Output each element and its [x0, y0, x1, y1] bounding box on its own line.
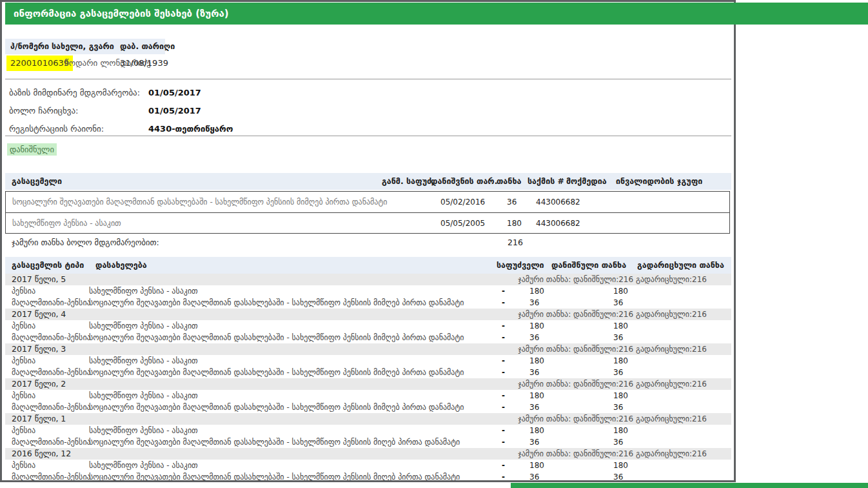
payment-transferred: 36: [589, 402, 731, 413]
benefits-summary: ჯამური თანხა ბოლო მდგომარეობით: 216: [5, 235, 731, 250]
col-assigned-amount: დანიშნული თანხა: [551, 257, 626, 274]
window-title: ინფორმაცია გასაცემლების შესახებ (ზურა): [14, 8, 229, 19]
payment-name: სახელმწიფო პენსია - ასაკით: [89, 320, 460, 332]
payment-type: მაღალმთიანი-პენსია: [5, 367, 89, 378]
payment-assigned: 36: [505, 471, 589, 483]
payment-basis: -: [460, 390, 505, 402]
payments-rows: 2017 წელი, 5ჯამური თანხა: დანიშნული:216 …: [5, 274, 731, 483]
benefit-date: 05/02/2016: [440, 192, 485, 212]
payment-name: სახელმწიფო პენსია - ასაკით: [89, 390, 460, 402]
payment-group-row: 2017 წელი, 4ჯამური თანხა: დანიშნული:216 …: [5, 309, 731, 320]
payment-basis: -: [460, 297, 505, 309]
col-active: მოქმედია: [566, 173, 607, 190]
payment-basis: -: [460, 332, 505, 343]
background-window-bar: [511, 483, 868, 488]
payment-basis: -: [460, 425, 505, 436]
group-summary: ჯამური თანხა: დანიშნული:216 გადარიცხული:…: [518, 343, 707, 355]
payment-group-row: 2017 წელი, 1ჯამური თანხა: დანიშნული:216 …: [5, 413, 731, 425]
payment-transferred: 36: [589, 471, 731, 483]
payment-assigned: 180: [505, 425, 589, 436]
col-name-surname: სახელი, გვარი: [52, 39, 114, 54]
payment-type: პენსია: [5, 425, 89, 436]
info-row-base-state: ბაზის მიმდინარე მდგომარეობა: 01/05/2017: [5, 84, 457, 102]
group-period: 2017 წელი, 4: [12, 309, 66, 320]
group-period: 2016 წელი, 12: [12, 448, 71, 460]
payment-assigned: 180: [505, 460, 589, 471]
payment-assigned: 36: [505, 332, 589, 343]
payment-name: სოციალური შეღავათები მაღალმთიან დასახლებ…: [89, 471, 460, 483]
payment-transferred: 36: [589, 367, 731, 378]
payment-transferred: 180: [589, 285, 731, 297]
info-value: 01/05/2017: [148, 102, 201, 120]
person-id-highlighted: 22001010639: [6, 56, 73, 71]
person-row: 22001010639 წოდარი ლონდარიძე 31/08/1939: [5, 56, 392, 71]
payment-type: მაღალმთიანი-პენსია: [5, 471, 89, 483]
benefit-name: სოციალური შეღავათები მაღალმთიან დასახლებ…: [12, 192, 387, 212]
info-label: ბოლო ჩარიცხვა:: [9, 102, 78, 120]
benefit-date: 05/05/2005: [440, 213, 485, 234]
payment-assigned: 36: [505, 367, 589, 378]
benefits-table-header: გასაცემელი განმ. საფუძ. დანიშვნის თარ. თ…: [5, 173, 731, 190]
col-transferred-amount: გადარიცხული თანხა: [637, 257, 724, 274]
payment-assigned: 36: [505, 297, 589, 309]
payment-basis: -: [460, 460, 505, 471]
col-personal-number: პ/ნომერი: [10, 39, 49, 54]
col-amount: თანხა: [497, 173, 521, 190]
table-row: პენსიასახელმწიფო პენსია - ასაკით-180180: [5, 390, 731, 402]
payment-name: სოციალური შეღავათები მაღალმთიან დასახლებ…: [89, 402, 460, 413]
payment-assigned: 36: [505, 402, 589, 413]
payment-name: სახელმწიფო პენსია - ასაკით: [89, 285, 460, 297]
payment-basis: -: [460, 285, 505, 297]
col-appl-basis: განმ. საფუძ.: [382, 173, 435, 190]
payment-name: სოციალური შეღავათები მაღალმთიან დასახლებ…: [89, 436, 460, 448]
total-value: 216: [508, 235, 523, 250]
payment-transferred: 180: [589, 425, 731, 436]
payment-transferred: 180: [589, 460, 731, 471]
col-benefit: გასაცემელი: [12, 173, 62, 190]
payment-assigned: 180: [505, 390, 589, 402]
divider: [5, 136, 731, 136]
person-table-header: პ/ნომერი სახელი, გვარი დაბ. თარიღი: [5, 39, 165, 54]
table-row: სოციალური შეღავათები მაღალმთიან დასახლებ…: [6, 192, 729, 212]
benefit-case-number: 443006682: [536, 213, 580, 234]
payment-name: სოციალური შეღავათები მაღალმთიან დასახლებ…: [89, 332, 460, 343]
table-row: მაღალმთიანი-პენსიასოციალური შეღავათები მ…: [5, 367, 731, 378]
payments-table-header: გასაცემლის ტიპი დასახელება საფუძველი დან…: [5, 257, 731, 274]
group-period: 2017 წელი, 1: [12, 413, 66, 425]
window-titlebar[interactable]: ინფორმაცია გასაცემლების შესახებ (ზურა): [5, 3, 868, 25]
benefits-rows: სოციალური შეღავათები მაღალმთიან დასახლებ…: [5, 191, 730, 234]
group-summary: ჯამური თანხა: დანიშნული:216 გადარიცხული:…: [518, 448, 707, 460]
app-screen: ინფორმაცია გასაცემლების შესახებ (ზურა) პ…: [0, 0, 868, 488]
group-period: 2017 წელი, 3: [12, 343, 66, 355]
table-row: მაღალმთიანი-პენსიასოციალური შეღავათები მ…: [5, 471, 731, 483]
group-summary: ჯამური თანხა: დანიშნული:216 გადარიცხული:…: [518, 413, 707, 425]
payment-type: მაღალმთიანი-პენსია: [5, 436, 89, 448]
col-basis: საფუძველი: [497, 257, 544, 274]
benefit-name: სახელმწიფო პენსია - ასაკით: [12, 213, 121, 234]
payment-basis: -: [460, 355, 505, 367]
group-summary: ჯამური თანხა: დანიშნული:216 გადარიცხული:…: [518, 378, 707, 390]
payment-transferred: 180: [589, 390, 731, 402]
payment-type: პენსია: [5, 390, 89, 402]
table-row: პენსიასახელმწიფო პენსია - ასაკით-180180: [5, 425, 731, 436]
table-row: პენსიასახელმწიფო პენსია - ასაკით-180180: [5, 285, 731, 297]
payment-group-row: 2017 წელი, 2ჯამური თანხა: დანიშნული:216 …: [5, 378, 731, 390]
benefit-amount: 180: [507, 213, 522, 234]
table-row: მაღალმთიანი-პენსიასოციალური შეღავათები მ…: [5, 332, 731, 343]
col-title: დასახელება: [95, 257, 147, 274]
col-assignment-date: დანიშვნის თარ.: [431, 173, 497, 190]
info-label: ბაზის მიმდინარე მდგომარეობა:: [9, 84, 140, 102]
table-row: პენსიასახელმწიფო პენსია - ასაკით-180180: [5, 460, 731, 471]
group-summary: ჯამური თანხა: დანიშნული:216 გადარიცხული:…: [518, 274, 707, 285]
payment-basis: -: [460, 436, 505, 448]
payment-type: მაღალმთიანი-პენსია: [5, 297, 89, 309]
payment-transferred: 36: [589, 297, 731, 309]
info-row-last-transfer: ბოლო ჩარიცხვა: 01/05/2017: [5, 102, 457, 120]
payment-assigned: 180: [505, 355, 589, 367]
payment-name: სახელმწიფო პენსია - ასაკით: [89, 460, 460, 471]
payment-group-row: 2017 წელი, 3ჯამური თანხა: დანიშნული:216 …: [5, 343, 731, 355]
payment-transferred: 180: [589, 355, 731, 367]
table-row: მაღალმთიანი-პენსიასოციალური შეღავათები მ…: [5, 436, 731, 448]
payment-group-row: 2016 წელი, 12ჯამური თანხა: დანიშნული:216…: [5, 448, 731, 460]
payment-type: პენსია: [5, 320, 89, 332]
